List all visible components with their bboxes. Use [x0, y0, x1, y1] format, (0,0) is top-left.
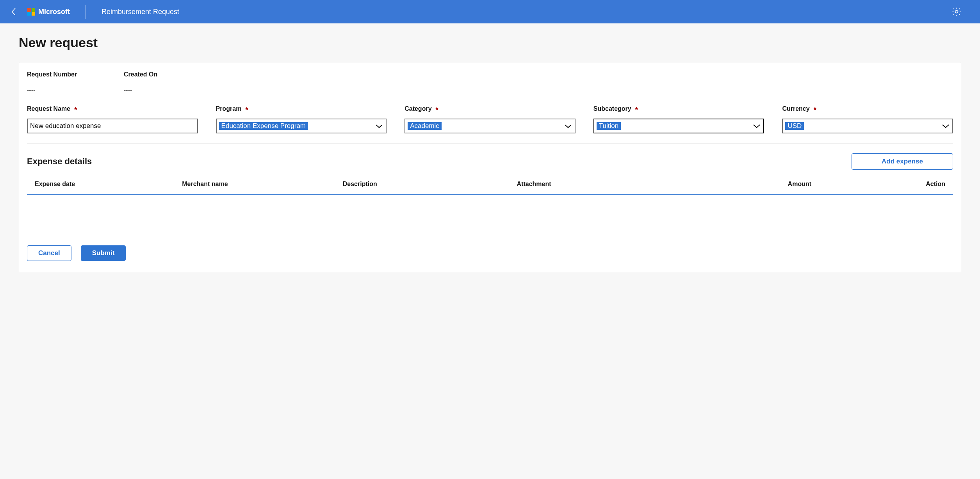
col-action: Action	[811, 181, 945, 188]
request-number-field: Request Number ----	[27, 71, 77, 94]
cancel-button[interactable]: Cancel	[27, 245, 71, 261]
currency-field: Currency * USD	[782, 105, 953, 133]
currency-dropdown[interactable]: USD	[782, 119, 953, 133]
program-field: Program * Education Expense Program	[216, 105, 387, 133]
form-buttons: Cancel Submit	[27, 245, 953, 261]
created-on-value: ----	[124, 87, 157, 94]
currency-selected: USD	[785, 122, 804, 130]
program-dropdown[interactable]: Education Expense Program	[216, 119, 387, 133]
category-field: Category * Academic	[404, 105, 576, 133]
request-name-field: Request Name *	[27, 105, 198, 133]
request-name-input-wrap	[27, 119, 198, 133]
request-card: Request Number ---- Created On ---- Requ…	[19, 62, 961, 272]
col-amount: Amount	[677, 181, 811, 188]
subcategory-dropdown[interactable]: Tuition	[593, 119, 764, 133]
request-name-label: Request Name	[27, 105, 70, 112]
chevron-left-icon	[11, 7, 16, 16]
chevron-down-icon	[752, 123, 761, 129]
svg-point-0	[955, 11, 958, 13]
header-divider	[86, 5, 86, 19]
category-label: Category	[404, 105, 431, 112]
submit-button[interactable]: Submit	[81, 245, 126, 261]
created-on-label: Created On	[124, 71, 157, 78]
page-body: New request Request Number ---- Created …	[0, 23, 980, 296]
add-expense-button[interactable]: Add expense	[852, 153, 953, 170]
readonly-row: Request Number ---- Created On ----	[27, 71, 953, 94]
back-button[interactable]	[8, 6, 20, 18]
currency-label: Currency	[782, 105, 809, 112]
subcategory-label: Subcategory	[593, 105, 631, 112]
chevron-down-icon	[564, 123, 572, 129]
expense-table-header: Expense date Merchant name Description A…	[27, 181, 953, 195]
microsoft-logo-icon	[27, 8, 35, 16]
microsoft-brand-text: Microsoft	[38, 8, 70, 16]
chevron-down-icon	[941, 123, 950, 129]
category-dropdown[interactable]: Academic	[404, 119, 576, 133]
subcategory-selected: Tuition	[597, 122, 621, 130]
page-title: New request	[19, 35, 961, 50]
settings-button[interactable]	[949, 4, 964, 20]
request-number-label: Request Number	[27, 71, 77, 78]
expense-details-head: Expense details Add expense	[27, 153, 953, 170]
col-attachment: Attachment	[517, 181, 678, 188]
chevron-down-icon	[375, 123, 383, 129]
request-number-value: ----	[27, 87, 77, 94]
col-expense-date: Expense date	[35, 181, 182, 188]
microsoft-logo: Microsoft	[27, 8, 70, 16]
category-selected: Academic	[408, 122, 442, 130]
col-merchant-name: Merchant name	[182, 181, 343, 188]
app-title: Reimbursement Request	[102, 8, 179, 16]
program-selected: Education Expense Program	[219, 122, 308, 130]
program-label: Program	[216, 105, 242, 112]
gear-icon	[951, 7, 962, 17]
app-header: Microsoft Reimbursement Request	[0, 0, 980, 23]
request-name-input[interactable]	[30, 119, 195, 133]
form-row: Request Name * Program * Education Expen…	[27, 105, 953, 144]
created-on-field: Created On ----	[124, 71, 157, 94]
expense-details-title: Expense details	[27, 156, 92, 167]
col-description: Description	[343, 181, 517, 188]
subcategory-field: Subcategory * Tuition	[593, 105, 764, 133]
